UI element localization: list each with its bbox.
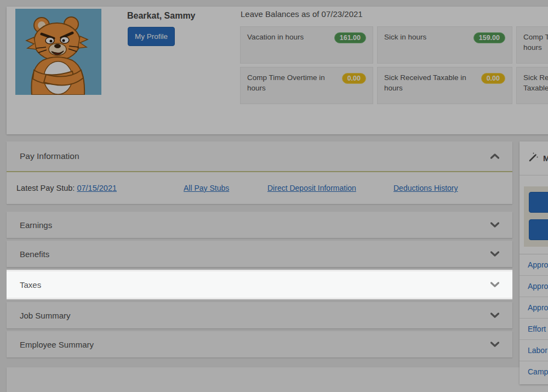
accordion-row-taxes[interactable]: Taxes (7, 271, 512, 298)
leave-balance-grid: Vacation in hours 161.00 Sick in hours 1… (240, 26, 548, 104)
chevron-down-icon[interactable] (490, 251, 499, 257)
magic-wand-icon (529, 152, 538, 164)
bottom-section-card (7, 367, 548, 392)
sidebar-link-labor-redistribution[interactable]: Labor Redistribution (520, 339, 548, 361)
accordion-label: Job Summary (20, 311, 71, 320)
my-activities-header: My Activities (520, 141, 548, 175)
leave-card-comp-time: Comp Time in hours (516, 26, 548, 64)
accordion-label: Earnings (20, 220, 52, 230)
leave-card-sick: Sick in hours 159.00 (377, 26, 512, 64)
latest-pay-stub-label: Latest Pay Stub: (16, 184, 77, 192)
leave-card-vacation: Vacation in hours 161.00 (240, 26, 373, 64)
section-title: Pay Information (20, 151, 79, 161)
accordion-label: Taxes (20, 280, 41, 289)
latest-pay-stub: Latest Pay Stub: 07/15/2021 (16, 184, 117, 192)
chevron-down-icon[interactable] (490, 342, 499, 347)
tour-spotlight: Taxes (7, 270, 512, 299)
leave-card-label: Vacation in hours (247, 32, 304, 43)
leave-card-comp-overtime: Comp Time Overtime in hours 0.00 (240, 67, 373, 104)
all-pay-stubs-link[interactable]: All Pay Stubs (184, 184, 229, 192)
my-profile-button[interactable]: My Profile (128, 27, 175, 46)
chevron-down-icon[interactable] (490, 282, 499, 287)
activity-links: Approve Time Approve Leave Request Appro… (520, 254, 548, 382)
accordion-row-benefits[interactable]: Benefits (7, 241, 512, 267)
my-activities-title: My Activities (543, 154, 548, 163)
avatar (15, 9, 101, 95)
sidebar-link-approve-leave-report[interactable]: Approve Leave Report (520, 297, 548, 318)
activity-button-2[interactable] (529, 219, 548, 240)
bearkat-mascot-image (15, 9, 101, 95)
profile-card: Bearkat, Sammy My Profile Leave Balances… (7, 7, 548, 134)
leave-balance-badge: 0.00 (481, 73, 505, 84)
leave-card-sick-nontaxable: Sick Received Non Taxable in hours (516, 67, 548, 104)
deductions-history-link[interactable]: Deductions History (393, 184, 458, 192)
accordion-row-employee-summary[interactable]: Employee Summary (7, 331, 512, 357)
sidebar-link-approve-leave-request[interactable]: Approve Leave Request (520, 275, 548, 297)
sidebar-link-campus-directory[interactable]: Campus Directory (520, 361, 548, 382)
leave-card-sick-taxable: Sick Received Taxable in hours 0.00 (377, 67, 512, 104)
leave-card-label: Comp Time Overtime in hours (247, 73, 339, 93)
chevron-down-icon[interactable] (490, 313, 499, 318)
sidebar-link-effort-certification[interactable]: Effort Certification (520, 318, 548, 339)
activity-button-1[interactable] (529, 192, 548, 213)
my-activities-panel: My Activities Approve Time Approve Leave… (520, 141, 548, 384)
pay-information-section: Pay Information Latest Pay Stub: 07/15/2… (7, 141, 512, 204)
pay-information-content: Latest Pay Stub: 07/15/2021 All Pay Stub… (7, 172, 512, 204)
leave-card-label: Sick in hours (384, 32, 426, 43)
accordion-label: Employee Summary (20, 340, 94, 349)
leave-card-label: Sick Received Non Taxable in hours (523, 73, 548, 93)
latest-pay-stub-date-link[interactable]: 07/15/2021 (77, 184, 117, 192)
leave-balance-badge: 0.00 (342, 73, 366, 84)
direct-deposit-link[interactable]: Direct Deposit Information (267, 184, 356, 192)
leave-balance-badge: 161.00 (334, 32, 366, 43)
main-content: Pay Information Latest Pay Stub: 07/15/2… (7, 141, 512, 360)
leave-balance-badge: 159.00 (473, 32, 505, 43)
chevron-up-icon[interactable] (490, 154, 499, 159)
leave-balances-title: Leave Balances as of 07/23/2021 (241, 9, 363, 19)
accordion-row-earnings[interactable]: Earnings (7, 212, 512, 238)
employee-name: Bearkat, Sammy (127, 11, 196, 21)
pay-information-header[interactable]: Pay Information (7, 141, 512, 172)
leave-card-label: Comp Time in hours (523, 32, 548, 53)
accordion-row-job-summary[interactable]: Job Summary (7, 302, 512, 328)
accordion-label: Benefits (20, 249, 49, 259)
activity-buttons-box (524, 186, 548, 247)
leave-card-label: Sick Received Taxable in hours (384, 73, 476, 93)
sidebar-link-approve-time[interactable]: Approve Time (520, 254, 548, 275)
chevron-down-icon[interactable] (490, 222, 499, 228)
